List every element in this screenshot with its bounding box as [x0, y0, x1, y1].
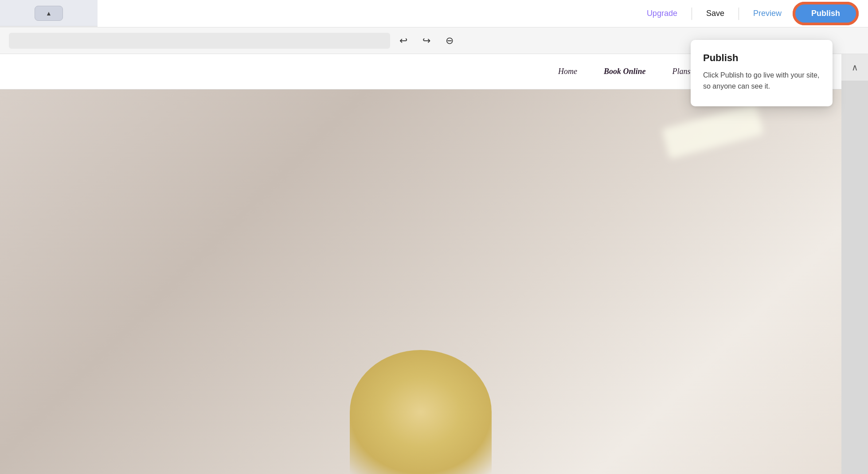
canvas-area: Home Book Online Plans & Pricing Contact… — [0, 54, 868, 474]
publish-tooltip: Publish Click Publish to go live with yo… — [691, 40, 833, 106]
right-scrollbar: ∧ — [841, 54, 868, 474]
nav-home[interactable]: Home — [558, 67, 577, 76]
upgrade-link[interactable]: Upgrade — [634, 9, 690, 18]
undo-button[interactable]: ↩ — [394, 31, 413, 51]
site-preview: Home Book Online Plans & Pricing Contact… — [0, 54, 841, 474]
zoom-out-button[interactable]: ⊖ — [440, 31, 459, 51]
text-input-bar[interactable] — [9, 33, 390, 49]
tooltip-title: Publish — [703, 52, 820, 64]
save-button[interactable]: Save — [694, 9, 737, 18]
toolbar-divider-2 — [739, 8, 739, 20]
panel-collapse-button[interactable]: ▲ — [35, 6, 63, 21]
undo-icon: ↩ — [399, 35, 407, 47]
publish-button[interactable]: Publish — [794, 3, 857, 24]
redo-button[interactable]: ↪ — [417, 31, 436, 51]
zoom-out-icon: ⊖ — [446, 35, 454, 47]
chevron-up-icon: ∧ — [852, 62, 858, 73]
scroll-up-button[interactable]: ∧ — [841, 54, 868, 81]
main-toolbar: Upgrade Save Preview Publish — [0, 0, 868, 27]
chevron-up-icon: ▲ — [46, 10, 52, 17]
nav-book-online[interactable]: Book Online — [604, 67, 646, 76]
panel-collapse-area: ▲ — [0, 0, 98, 27]
toolbar-divider-1 — [692, 8, 692, 20]
preview-button[interactable]: Preview — [741, 9, 794, 18]
tooltip-body: Click Publish to go live with your site,… — [703, 70, 820, 92]
redo-icon: ↪ — [422, 35, 430, 47]
hero-image — [0, 89, 841, 474]
